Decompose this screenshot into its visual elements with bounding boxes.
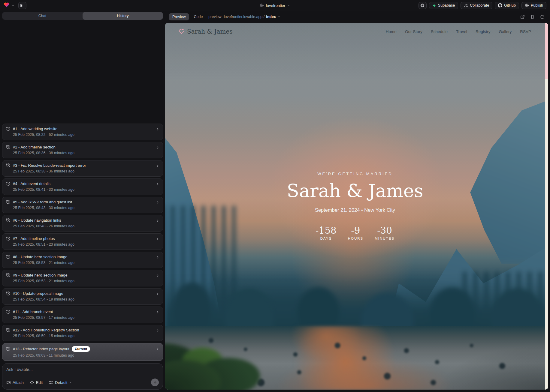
url-chevron-down-icon xyxy=(277,15,280,18)
hero-title: Sarah & James xyxy=(165,180,545,201)
chevron-right-icon[interactable] xyxy=(156,310,160,314)
history-item[interactable]: #6 - Update navigation links25 Feb 2025,… xyxy=(2,215,163,232)
supabase-bolt-icon xyxy=(432,4,436,7)
countdown: -158 DAYS -9 HOURS -30 MINUTES xyxy=(165,225,545,240)
collaborate-button[interactable]: Collaborate xyxy=(461,2,492,9)
nav-rsvp[interactable]: RSVP xyxy=(520,29,531,34)
history-icon xyxy=(6,200,11,204)
history-item[interactable]: #4 - Add event details25 Feb 2025, 08:41… xyxy=(2,178,163,195)
history-item-title: #5 - Add RSVP form and guest list xyxy=(13,200,72,204)
tab-history[interactable]: History xyxy=(83,12,163,20)
history-icon xyxy=(6,181,11,186)
globe-icon xyxy=(260,3,264,7)
history-item[interactable]: #7 - Add timeline photos25 Feb 2025, 08:… xyxy=(2,233,163,250)
history-item[interactable]: #13 - Refactor index page layoutCurrent2… xyxy=(2,343,163,361)
history-item[interactable]: #3 - Fix: Resolve Lucide-react import er… xyxy=(2,160,163,177)
edit-button[interactable]: Edit xyxy=(30,380,43,385)
send-button[interactable] xyxy=(151,379,159,386)
chevron-right-icon[interactable] xyxy=(156,219,160,223)
crosshair-icon xyxy=(30,380,34,385)
tab-chat[interactable]: Chat xyxy=(2,12,83,20)
history-item-title: #7 - Add timeline photos xyxy=(13,236,55,241)
github-button[interactable]: GitHub xyxy=(495,2,519,9)
tab-preview[interactable]: Preview xyxy=(169,13,189,20)
history-icon xyxy=(6,218,11,223)
chevron-right-icon[interactable] xyxy=(156,255,160,259)
history-item[interactable]: #8 - Update hero section image25 Feb 202… xyxy=(2,252,163,268)
history-item[interactable]: #1 - Add wedding website25 Feb 2025, 08:… xyxy=(2,124,163,140)
history-item[interactable]: #12 - Add Honeyfund Registry Section25 F… xyxy=(2,325,163,341)
nav-travel[interactable]: Travel xyxy=(456,29,467,34)
refresh-icon[interactable] xyxy=(540,15,545,19)
history-item-title: #8 - Update hero section image xyxy=(13,255,67,259)
history-item[interactable]: #9 - Update hero section image25 Feb 202… xyxy=(2,270,163,286)
tab-code[interactable]: Code xyxy=(194,15,203,19)
logo-chevron-down-icon[interactable] xyxy=(11,4,15,7)
chevron-right-icon[interactable] xyxy=(156,127,160,131)
history-icon xyxy=(6,163,11,168)
open-in-new-tab-icon[interactable] xyxy=(520,15,525,19)
history-icon xyxy=(6,127,11,131)
chevron-right-icon[interactable] xyxy=(156,145,160,150)
history-item-timestamp: 25 Feb 2025, 08:41 - 33 minutes ago xyxy=(13,187,159,192)
history-item-timestamp: 25 Feb 2025, 08:48 - 26 minutes ago xyxy=(13,224,159,228)
project-name: lovefrontier xyxy=(266,3,285,8)
settings-button[interactable] xyxy=(419,2,427,9)
mobile-view-icon[interactable] xyxy=(530,15,535,19)
history-icon xyxy=(6,273,11,277)
site-header: Sarah & James Home Our Story Schedule Tr… xyxy=(165,23,545,40)
chevron-right-icon[interactable] xyxy=(156,347,160,351)
publish-globe-icon xyxy=(525,3,529,7)
history-list: #1 - Add wedding website25 Feb 2025, 08:… xyxy=(2,22,163,361)
preview-toolbar: Preview Code preview--lovefrontier.lovab… xyxy=(165,11,550,23)
history-item-timestamp: 25 Feb 2025, 08:53 - 21 minutes ago xyxy=(13,261,159,265)
history-item[interactable]: #10 - Update proposal image25 Feb 2025, … xyxy=(2,288,163,305)
lovable-logo-heart-icon[interactable] xyxy=(4,2,10,9)
preview-scrollbar-thumb[interactable] xyxy=(545,23,548,79)
prompt-input[interactable] xyxy=(6,367,159,374)
history-item-title: #11 - Add brunch event xyxy=(13,310,53,314)
prompt-composer: Attach Edit Default xyxy=(2,363,163,390)
history-item-title: #6 - Update navigation links xyxy=(13,218,61,223)
history-item-title: #12 - Add Honeyfund Registry Section xyxy=(13,328,79,332)
history-item[interactable]: #2 - Add timeline section25 Feb 2025, 08… xyxy=(2,142,163,158)
chevron-right-icon[interactable] xyxy=(156,182,160,186)
history-item[interactable]: #11 - Add brunch event25 Feb 2025, 08:57… xyxy=(2,307,163,323)
mode-selector[interactable]: Default xyxy=(49,380,72,385)
nav-gallery[interactable]: Gallery xyxy=(499,29,512,34)
image-icon xyxy=(6,380,11,385)
history-item-timestamp: 25 Feb 2025, 08:22 - 52 minutes ago xyxy=(13,133,159,137)
history-item-timestamp: 25 Feb 2025, 08:38 - 36 minutes ago xyxy=(13,169,159,173)
preview-url[interactable]: preview--lovefrontier.lovable.app / inde… xyxy=(208,15,280,19)
chevron-right-icon[interactable] xyxy=(156,237,160,241)
chevron-right-icon[interactable] xyxy=(156,200,160,205)
preview-frame: Sarah & James Home Our Story Schedule Tr… xyxy=(165,23,548,390)
publish-button[interactable]: Publish xyxy=(521,2,546,9)
history-icon xyxy=(6,328,11,332)
history-item-timestamp: 25 Feb 2025, 08:54 - 19 minutes ago xyxy=(13,297,159,301)
mode-chevron-down-icon xyxy=(69,381,72,384)
chevron-right-icon[interactable] xyxy=(156,328,160,333)
heart-icon xyxy=(179,29,184,34)
project-switcher[interactable]: lovefrontier xyxy=(260,0,290,11)
history-item[interactable]: #5 - Add RSVP form and guest list25 Feb … xyxy=(2,197,163,213)
site-logo[interactable]: Sarah & James xyxy=(179,28,233,35)
attach-button[interactable]: Attach xyxy=(6,380,24,385)
toggle-sidebar-button[interactable] xyxy=(18,2,26,9)
nav-schedule[interactable]: Schedule xyxy=(431,29,448,34)
users-icon xyxy=(464,3,468,7)
history-item-title: #3 - Fix: Resolve Lucide-react import er… xyxy=(13,163,86,168)
hero-date-location: September 21, 2024 • New York City xyxy=(165,207,545,213)
history-icon xyxy=(6,291,11,296)
nav-home[interactable]: Home xyxy=(386,29,397,34)
project-chevron-down-icon xyxy=(287,4,290,7)
chevron-right-icon[interactable] xyxy=(156,274,160,278)
nav-registry[interactable]: Registry xyxy=(476,29,491,34)
chevron-right-icon[interactable] xyxy=(156,292,160,296)
github-icon xyxy=(498,3,502,7)
preview-scrollbar-track[interactable] xyxy=(545,23,548,390)
chat-history-tabs: Chat History xyxy=(2,12,163,20)
chevron-right-icon[interactable] xyxy=(156,164,160,168)
supabase-button[interactable]: Supabase xyxy=(429,2,458,9)
nav-our-story[interactable]: Our Story xyxy=(405,29,422,34)
